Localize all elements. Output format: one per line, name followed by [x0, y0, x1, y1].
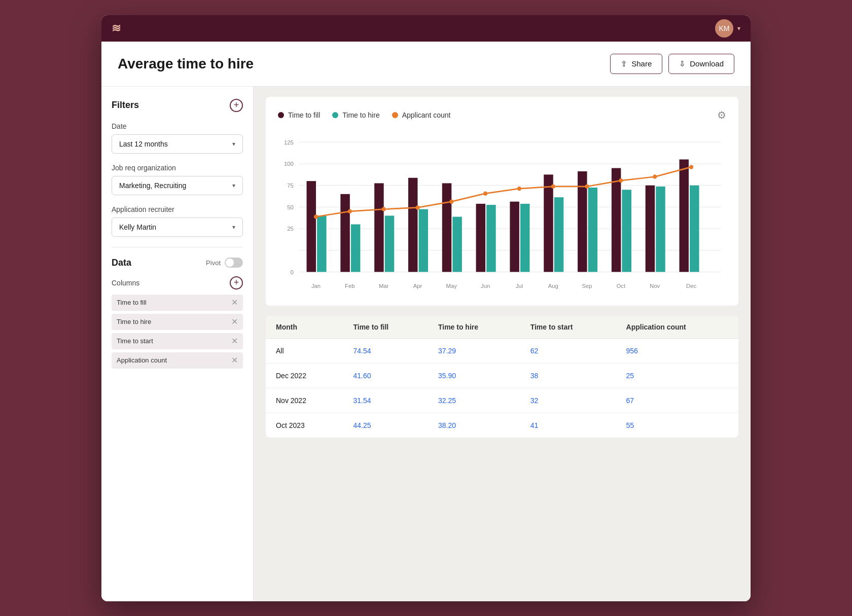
cell-time-to-hire[interactable]: 37.29	[428, 338, 520, 363]
legend-dot-hire	[332, 112, 338, 118]
content-area: Filters + Date Last 12 months ▾ Job req …	[101, 87, 751, 601]
svg-rect-30	[588, 187, 598, 271]
cell-application-count[interactable]: 25	[616, 363, 738, 388]
svg-rect-14	[317, 215, 327, 272]
svg-text:Sep: Sep	[582, 283, 592, 289]
pivot-switch[interactable]	[225, 258, 243, 268]
chevron-down-icon: ▾	[232, 182, 235, 189]
legend-time-to-hire: Time to hire	[332, 111, 379, 119]
svg-rect-25	[510, 201, 519, 272]
legend-dot-fill	[278, 112, 284, 118]
svg-text:Oct: Oct	[617, 283, 626, 289]
sidebar-divider	[112, 247, 243, 247]
add-column-button[interactable]: +	[230, 276, 243, 289]
date-filter-select[interactable]: Last 12 months ▾	[112, 134, 243, 154]
cell-application-count[interactable]: 956	[616, 338, 738, 363]
cell-time-to-start[interactable]: 38	[520, 363, 616, 388]
remove-column-button[interactable]: ✕	[231, 356, 238, 365]
remove-column-button[interactable]: ✕	[231, 299, 238, 307]
page-header: Average time to hire ⇪ Share ⇩ Download	[101, 42, 751, 87]
svg-point-48	[689, 165, 693, 169]
svg-rect-15	[340, 194, 350, 272]
svg-rect-33	[646, 185, 655, 272]
cell-time-to-hire[interactable]: 35.90	[428, 363, 520, 388]
org-filter-select[interactable]: Marketing, Recruiting ▾	[112, 176, 243, 195]
app-logo: ≋	[112, 22, 122, 35]
titlebar: ≋ KM ▾	[101, 15, 751, 42]
legend-time-to-fill: Time to fill	[278, 111, 320, 119]
data-table-container: Month Time to fill Time to hire Time to …	[266, 316, 738, 438]
svg-text:Feb: Feb	[345, 283, 354, 289]
column-tag: Time to hire✕	[112, 314, 243, 330]
svg-point-37	[314, 214, 318, 219]
share-button[interactable]: ⇪ Share	[610, 54, 662, 74]
cell-time-to-start[interactable]: 62	[520, 338, 616, 363]
legend-dot-applicant	[392, 112, 398, 118]
data-title: Data	[112, 258, 131, 268]
svg-point-38	[348, 209, 352, 213]
svg-point-44	[551, 184, 555, 189]
header-actions: ⇪ Share ⇩ Download	[610, 54, 734, 74]
column-tag: Time to start✕	[112, 333, 243, 349]
share-icon: ⇪	[621, 59, 627, 68]
cell-time-to-start[interactable]: 32	[520, 388, 616, 413]
column-tags-list: Time to fill✕Time to hire✕Time to start✕…	[112, 295, 243, 369]
chart-settings-button[interactable]: ⚙	[717, 109, 726, 121]
download-icon: ⇩	[679, 59, 686, 68]
main-content: Time to fill Time to hire Applicant coun…	[254, 87, 751, 601]
svg-point-40	[415, 205, 419, 210]
cell-time-to-fill[interactable]: 74.54	[343, 338, 428, 363]
svg-rect-35	[679, 159, 689, 272]
date-filter-group: Date Last 12 months ▾	[112, 122, 243, 154]
chart-container: Time to fill Time to hire Applicant coun…	[266, 97, 738, 306]
cell-month: Oct 2023	[266, 413, 343, 438]
svg-rect-34	[656, 186, 665, 272]
svg-text:Aug: Aug	[548, 283, 558, 289]
column-tag-label: Time to start	[117, 337, 153, 345]
svg-rect-21	[442, 183, 452, 272]
chevron-down-icon[interactable]: ▾	[737, 25, 740, 32]
svg-point-42	[483, 191, 487, 196]
svg-rect-28	[554, 197, 564, 272]
table-header-row: Month Time to fill Time to hire Time to …	[266, 316, 738, 339]
titlebar-right: KM ▾	[715, 19, 740, 38]
table-row: Nov 2022 31.54 32.25 32 67	[266, 388, 738, 413]
org-filter-label: Job req organization	[112, 164, 243, 172]
svg-text:125: 125	[284, 139, 294, 145]
cell-month: Nov 2022	[266, 388, 343, 413]
cell-time-to-fill[interactable]: 41.60	[343, 363, 428, 388]
cell-time-to-start[interactable]: 41	[520, 413, 616, 438]
recruiter-filter-select[interactable]: Kelly Martin ▾	[112, 218, 243, 237]
data-table: Month Time to fill Time to hire Time to …	[266, 316, 738, 438]
remove-column-button[interactable]: ✕	[231, 337, 238, 345]
cell-application-count[interactable]: 55	[616, 413, 738, 438]
pivot-toggle: Pivot	[206, 258, 243, 268]
toggle-knob	[226, 259, 234, 267]
cell-time-to-fill[interactable]: 31.54	[343, 388, 428, 413]
chevron-down-icon: ▾	[232, 224, 235, 231]
col-time-to-fill: Time to fill	[343, 316, 428, 339]
cell-time-to-fill[interactable]: 44.25	[343, 413, 428, 438]
download-button[interactable]: ⇩ Download	[668, 54, 734, 74]
column-tag-label: Time to fill	[117, 299, 147, 306]
org-filter-group: Job req organization Marketing, Recruiti…	[112, 164, 243, 195]
cell-application-count[interactable]: 67	[616, 388, 738, 413]
cell-time-to-hire[interactable]: 32.25	[428, 388, 520, 413]
svg-text:Nov: Nov	[650, 283, 660, 289]
svg-text:25: 25	[287, 226, 294, 232]
cell-month: Dec 2022	[266, 363, 343, 388]
data-header: Data Pivot	[112, 258, 243, 268]
svg-text:100: 100	[284, 161, 294, 167]
svg-text:Apr: Apr	[413, 283, 422, 289]
remove-column-button[interactable]: ✕	[231, 318, 238, 326]
svg-point-46	[619, 178, 623, 183]
svg-point-45	[585, 184, 589, 189]
chart-legend: Time to fill Time to hire Applicant coun…	[278, 109, 726, 121]
table-row: All 74.54 37.29 62 956	[266, 338, 738, 363]
svg-text:Mar: Mar	[379, 283, 389, 289]
svg-text:May: May	[446, 283, 457, 289]
column-tag-label: Time to hire	[117, 318, 151, 325]
avatar[interactable]: KM	[715, 19, 733, 38]
add-filter-button[interactable]: +	[230, 99, 243, 112]
cell-time-to-hire[interactable]: 38.20	[428, 413, 520, 438]
